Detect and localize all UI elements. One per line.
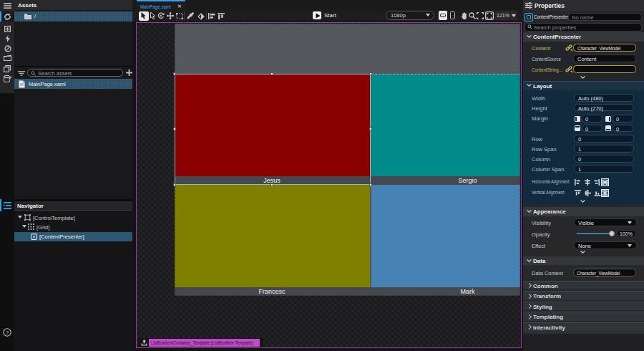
svg-text:?: ? — [6, 330, 9, 336]
